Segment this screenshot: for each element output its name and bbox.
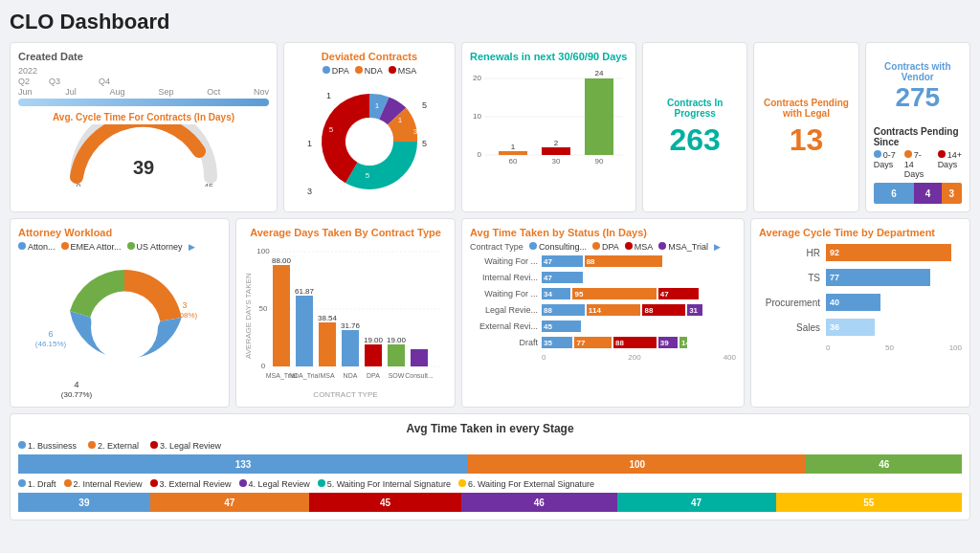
- deviated-card: Deviated Contracts DPA NDA MSA: [283, 42, 456, 212]
- attorney-donut: 3 (23.08%) 6 (46.15%) 4 (30.77%): [18, 255, 221, 399]
- pending-legal-value: 13: [790, 122, 824, 158]
- svg-rect-22: [542, 147, 570, 155]
- stage-seg-1-3: 46: [806, 454, 962, 474]
- svg-text:6: 6: [48, 329, 53, 339]
- svg-text:5: 5: [366, 171, 370, 180]
- pending-legal-title: Contracts Pending with Legal: [762, 98, 850, 119]
- status-row-5: External Revi... 45: [470, 321, 736, 332]
- svg-text:10: 10: [473, 112, 481, 121]
- svg-text:3: 3: [413, 127, 418, 136]
- pending-since-bar: 6 4 3: [874, 183, 962, 204]
- svg-text:3: 3: [182, 300, 187, 310]
- svg-text:90: 90: [595, 157, 604, 166]
- svg-text:38.54: 38.54: [318, 314, 338, 322]
- status-row-2: Internal Revi... 47: [470, 272, 736, 283]
- stage-seg-2-4: 46: [461, 493, 617, 512]
- stage-legend-2: 1. Draft 2. Internal Review 3. External …: [18, 479, 962, 489]
- avg-days-card: Average Days Taken By Contract Type AVER…: [235, 218, 456, 408]
- svg-text:Consult...: Consult...: [405, 372, 434, 379]
- cycle-time-title: Avg. Cycle Time For Contracts (In Days): [18, 112, 269, 122]
- cycle-dept-rows: HR 92 TS 77 Procurement 40: [759, 244, 962, 336]
- svg-text:60: 60: [509, 157, 518, 166]
- svg-text:20: 20: [473, 74, 481, 82]
- bottom-section: Avg Time Taken in every Stage 1. Bussine…: [10, 413, 970, 520]
- cycle-dept-title: Average Cycle Time by Department: [759, 227, 962, 238]
- svg-text:NDA_Trial: NDA_Trial: [289, 372, 320, 380]
- svg-text:SOW: SOW: [389, 372, 405, 379]
- svg-text:31.76: 31.76: [341, 321, 361, 330]
- svg-text:61.87: 61.87: [295, 287, 315, 296]
- svg-text:24: 24: [595, 69, 604, 77]
- dashboard: CLO Dashboard Created Date 2022 Q2 Q3 Q4…: [0, 0, 980, 553]
- middle-row: Attorney Workload Atton... EMEA Attor...…: [10, 218, 970, 408]
- svg-text:1: 1: [511, 143, 516, 151]
- stage-seg-2-3: 45: [309, 493, 461, 512]
- svg-text:1: 1: [375, 101, 380, 110]
- renewals-title: Renewals in next 30/60/90 Days: [470, 51, 628, 62]
- svg-text:1: 1: [326, 91, 331, 100]
- dept-row-hr: HR 92: [759, 244, 962, 261]
- svg-text:4: 4: [74, 380, 78, 389]
- svg-text:19.00: 19.00: [387, 336, 407, 344]
- svg-text:19.00: 19.00: [364, 336, 384, 344]
- svg-point-29: [91, 294, 158, 361]
- pending-bar-7-14: 4: [914, 183, 941, 204]
- x-axis-labels: 0 200 400: [470, 353, 736, 362]
- svg-text:2: 2: [554, 139, 559, 147]
- dept-row-ts: TS 77: [759, 269, 962, 286]
- in-progress-title: Contracts In Progress: [651, 98, 739, 119]
- stage-bar-row-2: 39 47 45 46 47 55: [18, 493, 962, 512]
- dept-row-sales: Sales 36: [759, 319, 962, 336]
- stage-seg-2-1: 39: [18, 493, 150, 512]
- stage-legend-1: 1. Bussiness 2. External 3. Legal Review: [18, 441, 962, 451]
- timeline-bar: [18, 99, 269, 106]
- stage-seg-2-6: 55: [776, 493, 962, 512]
- avg-status-title: Avg Time Taken by Status (In Days): [470, 227, 736, 238]
- pending-legal-card: Contracts Pending with Legal 13: [753, 42, 858, 212]
- avg-status-card: Avg Time Taken by Status (In Days) Contr…: [461, 218, 745, 408]
- svg-text:1: 1: [307, 139, 312, 148]
- pending-since-title: Contracts Pending Since: [874, 126, 962, 147]
- gauge-svg: 39 0 45: [57, 124, 230, 187]
- svg-rect-44: [296, 296, 313, 366]
- cycle-time-section: Avg. Cycle Time For Contracts (In Days) …: [18, 112, 269, 184]
- svg-text:5: 5: [422, 100, 427, 110]
- svg-rect-24: [585, 78, 613, 155]
- contract-type-label: CONTRACT TYPE: [244, 390, 447, 399]
- svg-text:0: 0: [478, 150, 482, 159]
- status-row-3: Waiting For ... 34 95 47: [470, 288, 736, 299]
- svg-text:0: 0: [76, 182, 80, 187]
- created-date-title: Created Date: [18, 51, 269, 62]
- stage-seg-1-2: 100: [468, 454, 806, 474]
- status-rows: Waiting For ... 47 88 Internal Revi... 4…: [470, 255, 736, 348]
- deviated-title: Deviated Contracts: [292, 51, 447, 62]
- dept-x-axis: 0 50 100: [759, 343, 962, 352]
- status-row-4: Legal Revie... 88 114 88 31: [470, 304, 736, 316]
- svg-text:45: 45: [204, 182, 213, 187]
- deviated-legend: DPA NDA MSA: [292, 66, 447, 76]
- svg-text:1: 1: [398, 116, 403, 124]
- svg-text:50: 50: [259, 304, 268, 313]
- stage-seg-2-5: 47: [617, 493, 776, 512]
- in-progress-value: 263: [669, 122, 720, 158]
- pending-bar-14plus: 3: [942, 183, 962, 204]
- msa-dot: [389, 66, 396, 74]
- vendor-value: 275: [874, 82, 962, 113]
- svg-rect-52: [388, 344, 405, 366]
- bottom-title: Avg Time Taken in every Stage: [18, 422, 962, 435]
- nda-dot: [355, 66, 363, 74]
- vendor-title: Contracts with Vendor: [874, 61, 962, 82]
- svg-rect-46: [319, 322, 336, 366]
- avg-days-title: Average Days Taken By Contract Type: [244, 227, 447, 238]
- vendor-card: Contracts with Vendor 275 Contracts Pend…: [865, 42, 970, 212]
- svg-text:NDA: NDA: [344, 372, 358, 379]
- svg-text:5: 5: [329, 125, 334, 134]
- deviated-donut: 1 1 3 5 5 5 5 3 1 1: [292, 79, 447, 204]
- in-progress-card: Contracts In Progress 263: [642, 42, 747, 212]
- svg-text:5: 5: [422, 139, 427, 148]
- svg-rect-50: [365, 344, 382, 366]
- attorney-title: Attorney Workload: [18, 227, 221, 238]
- dept-row-procurement: Procurement 40: [759, 294, 962, 311]
- dpa-dot: [323, 66, 330, 74]
- pending-since-section: Contracts Pending Since 0-7 Days 7-14 Da…: [874, 126, 962, 204]
